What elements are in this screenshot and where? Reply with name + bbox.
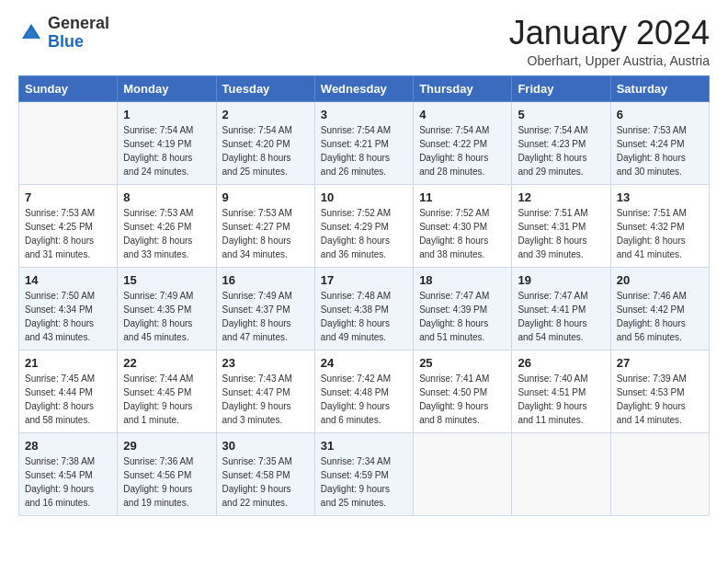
day-info: Sunrise: 7:50 AMSunset: 4:34 PMDaylight:… <box>25 289 111 344</box>
day-info: Sunrise: 7:53 AMSunset: 4:27 PMDaylight:… <box>222 206 309 261</box>
day-info: Sunrise: 7:54 AMSunset: 4:20 PMDaylight:… <box>222 123 309 178</box>
calendar-cell: 28Sunrise: 7:38 AMSunset: 4:54 PMDayligh… <box>19 432 118 515</box>
day-number: 20 <box>617 273 703 287</box>
calendar-cell: 11Sunrise: 7:52 AMSunset: 4:30 PMDayligh… <box>414 184 512 267</box>
day-number: 29 <box>123 439 210 453</box>
day-number: 11 <box>419 190 506 204</box>
day-info: Sunrise: 7:54 AMSunset: 4:21 PMDaylight:… <box>321 123 407 178</box>
day-info: Sunrise: 7:49 AMSunset: 4:35 PMDaylight:… <box>123 289 210 344</box>
calendar-cell <box>512 432 610 515</box>
day-info: Sunrise: 7:34 AMSunset: 4:59 PMDaylight:… <box>321 454 407 510</box>
day-info: Sunrise: 7:43 AMSunset: 4:47 PMDaylight:… <box>222 372 309 427</box>
day-info: Sunrise: 7:41 AMSunset: 4:50 PMDaylight:… <box>419 372 506 427</box>
calendar-cell <box>610 432 709 515</box>
weekday-header: Saturday <box>610 75 709 101</box>
calendar-week-row: 7Sunrise: 7:53 AMSunset: 4:25 PMDaylight… <box>19 184 710 267</box>
calendar-cell: 10Sunrise: 7:52 AMSunset: 4:29 PMDayligh… <box>314 184 413 267</box>
calendar-cell: 20Sunrise: 7:46 AMSunset: 4:42 PMDayligh… <box>610 267 709 350</box>
day-number: 18 <box>419 273 506 287</box>
calendar-cell: 24Sunrise: 7:42 AMSunset: 4:48 PMDayligh… <box>314 350 413 432</box>
calendar-cell: 23Sunrise: 7:43 AMSunset: 4:47 PMDayligh… <box>216 350 314 432</box>
calendar-week-row: 21Sunrise: 7:45 AMSunset: 4:44 PMDayligh… <box>19 350 710 432</box>
weekday-header: Monday <box>118 75 216 101</box>
calendar-cell: 14Sunrise: 7:50 AMSunset: 4:34 PMDayligh… <box>19 267 118 350</box>
day-number: 23 <box>222 356 309 370</box>
calendar-cell: 4Sunrise: 7:54 AMSunset: 4:22 PMDaylight… <box>414 101 512 184</box>
day-number: 1 <box>123 108 210 121</box>
day-number: 25 <box>419 356 506 370</box>
day-info: Sunrise: 7:44 AMSunset: 4:45 PMDaylight:… <box>123 372 210 427</box>
day-info: Sunrise: 7:53 AMSunset: 4:24 PMDaylight:… <box>617 123 703 178</box>
day-number: 21 <box>25 356 111 370</box>
weekday-header: Sunday <box>19 75 118 101</box>
day-info: Sunrise: 7:42 AMSunset: 4:48 PMDaylight:… <box>321 372 407 427</box>
calendar-cell: 26Sunrise: 7:40 AMSunset: 4:51 PMDayligh… <box>512 350 610 432</box>
day-number: 14 <box>25 273 111 287</box>
calendar-cell: 1Sunrise: 7:54 AMSunset: 4:19 PMDaylight… <box>118 101 216 184</box>
day-number: 8 <box>123 190 210 204</box>
calendar-cell: 31Sunrise: 7:34 AMSunset: 4:59 PMDayligh… <box>314 432 413 515</box>
calendar-cell: 30Sunrise: 7:35 AMSunset: 4:58 PMDayligh… <box>216 432 314 515</box>
logo-icon <box>18 20 44 46</box>
calendar-cell: 13Sunrise: 7:51 AMSunset: 4:32 PMDayligh… <box>610 184 709 267</box>
calendar-week-row: 28Sunrise: 7:38 AMSunset: 4:54 PMDayligh… <box>19 432 710 515</box>
day-info: Sunrise: 7:52 AMSunset: 4:29 PMDaylight:… <box>321 206 407 261</box>
day-info: Sunrise: 7:35 AMSunset: 4:58 PMDaylight:… <box>222 454 309 510</box>
day-info: Sunrise: 7:54 AMSunset: 4:19 PMDaylight:… <box>123 123 210 178</box>
weekday-header: Tuesday <box>216 75 314 101</box>
calendar-cell: 18Sunrise: 7:47 AMSunset: 4:39 PMDayligh… <box>414 267 512 350</box>
day-info: Sunrise: 7:53 AMSunset: 4:26 PMDaylight:… <box>123 206 210 261</box>
day-number: 24 <box>321 356 407 370</box>
calendar-cell: 16Sunrise: 7:49 AMSunset: 4:37 PMDayligh… <box>216 267 314 350</box>
day-number: 13 <box>617 190 703 204</box>
logo-general-text: General <box>48 14 109 32</box>
calendar-cell: 2Sunrise: 7:54 AMSunset: 4:20 PMDaylight… <box>216 101 314 184</box>
weekday-header-row: SundayMondayTuesdayWednesdayThursdayFrid… <box>19 75 710 101</box>
day-info: Sunrise: 7:47 AMSunset: 4:39 PMDaylight:… <box>419 289 506 344</box>
calendar-cell <box>19 101 118 184</box>
day-number: 4 <box>419 108 506 121</box>
day-info: Sunrise: 7:36 AMSunset: 4:56 PMDaylight:… <box>123 454 210 510</box>
month-title: January 2024 <box>509 15 710 52</box>
calendar-cell <box>414 432 512 515</box>
calendar-cell: 21Sunrise: 7:45 AMSunset: 4:44 PMDayligh… <box>19 350 118 432</box>
calendar-cell: 7Sunrise: 7:53 AMSunset: 4:25 PMDaylight… <box>19 184 118 267</box>
day-number: 5 <box>518 108 604 121</box>
title-block: January 2024 Oberhart, Upper Austria, Au… <box>509 15 710 68</box>
day-info: Sunrise: 7:39 AMSunset: 4:53 PMDaylight:… <box>617 372 703 427</box>
day-number: 17 <box>321 273 407 287</box>
day-number: 27 <box>617 356 703 370</box>
day-info: Sunrise: 7:46 AMSunset: 4:42 PMDaylight:… <box>617 289 703 344</box>
day-number: 30 <box>222 439 309 453</box>
calendar-week-row: 14Sunrise: 7:50 AMSunset: 4:34 PMDayligh… <box>19 267 710 350</box>
day-info: Sunrise: 7:38 AMSunset: 4:54 PMDaylight:… <box>25 454 111 510</box>
calendar-cell: 15Sunrise: 7:49 AMSunset: 4:35 PMDayligh… <box>118 267 216 350</box>
day-number: 3 <box>321 108 407 121</box>
calendar-cell: 5Sunrise: 7:54 AMSunset: 4:23 PMDaylight… <box>512 101 610 184</box>
day-number: 9 <box>222 190 309 204</box>
calendar-cell: 22Sunrise: 7:44 AMSunset: 4:45 PMDayligh… <box>118 350 216 432</box>
calendar-cell: 8Sunrise: 7:53 AMSunset: 4:26 PMDaylight… <box>118 184 216 267</box>
day-info: Sunrise: 7:49 AMSunset: 4:37 PMDaylight:… <box>222 289 309 344</box>
day-number: 6 <box>617 108 703 121</box>
calendar-week-row: 1Sunrise: 7:54 AMSunset: 4:19 PMDaylight… <box>19 101 710 184</box>
calendar-cell: 17Sunrise: 7:48 AMSunset: 4:38 PMDayligh… <box>314 267 413 350</box>
day-number: 31 <box>321 439 407 453</box>
page-header: General Blue January 2024 Oberhart, Uppe… <box>18 15 710 68</box>
day-number: 7 <box>25 190 111 204</box>
day-info: Sunrise: 7:51 AMSunset: 4:32 PMDaylight:… <box>617 206 703 261</box>
day-number: 28 <box>25 439 111 453</box>
day-number: 12 <box>518 190 604 204</box>
day-number: 15 <box>123 273 210 287</box>
day-info: Sunrise: 7:51 AMSunset: 4:31 PMDaylight:… <box>518 206 604 261</box>
calendar-cell: 6Sunrise: 7:53 AMSunset: 4:24 PMDaylight… <box>610 101 709 184</box>
day-info: Sunrise: 7:40 AMSunset: 4:51 PMDaylight:… <box>518 372 604 427</box>
day-info: Sunrise: 7:52 AMSunset: 4:30 PMDaylight:… <box>419 206 506 261</box>
day-number: 19 <box>518 273 604 287</box>
day-number: 22 <box>123 356 210 370</box>
day-info: Sunrise: 7:53 AMSunset: 4:25 PMDaylight:… <box>25 206 111 261</box>
weekday-header: Thursday <box>414 75 512 101</box>
location-text: Oberhart, Upper Austria, Austria <box>509 53 710 68</box>
day-info: Sunrise: 7:47 AMSunset: 4:41 PMDaylight:… <box>518 289 604 344</box>
calendar-cell: 29Sunrise: 7:36 AMSunset: 4:56 PMDayligh… <box>118 432 216 515</box>
